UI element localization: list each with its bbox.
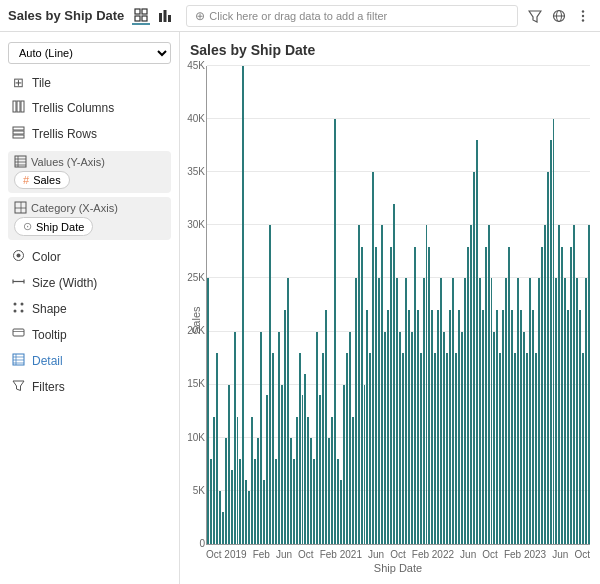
bar[interactable] xyxy=(207,278,209,544)
bar[interactable] xyxy=(496,310,498,544)
bar[interactable] xyxy=(355,278,357,544)
shipdate-pill[interactable]: ⊙ Ship Date xyxy=(14,217,93,236)
bar[interactable] xyxy=(426,225,428,544)
bar[interactable] xyxy=(511,310,513,544)
bar[interactable] xyxy=(529,278,531,544)
bar[interactable] xyxy=(523,332,525,544)
more-icon[interactable] xyxy=(574,7,592,25)
bar[interactable] xyxy=(579,310,581,544)
bar[interactable] xyxy=(488,225,490,544)
bar[interactable] xyxy=(337,459,339,544)
sidebar-item-filters[interactable]: Filters xyxy=(0,374,179,400)
chart-type-dropdown[interactable]: Auto (Line) Bar Line Area xyxy=(8,42,171,64)
bar[interactable] xyxy=(349,332,351,544)
bar[interactable] xyxy=(452,278,454,544)
bar[interactable] xyxy=(467,247,469,544)
bar[interactable] xyxy=(234,332,236,544)
bar[interactable] xyxy=(455,353,457,544)
sidebar-item-tile[interactable]: ⊞ Tile xyxy=(0,70,179,95)
bar[interactable] xyxy=(526,353,528,544)
bar[interactable] xyxy=(573,225,575,544)
bar[interactable] xyxy=(216,353,218,544)
bar[interactable] xyxy=(378,278,380,544)
sidebar-item-detail[interactable]: Detail xyxy=(0,348,179,374)
bar[interactable] xyxy=(393,204,395,544)
bar[interactable] xyxy=(390,247,392,544)
sales-pill[interactable]: # Sales xyxy=(14,171,70,189)
globe-icon[interactable] xyxy=(550,7,568,25)
bar[interactable] xyxy=(340,480,342,544)
bar[interactable] xyxy=(369,353,371,544)
bar[interactable] xyxy=(334,119,336,544)
bar[interactable] xyxy=(245,480,247,544)
bar[interactable] xyxy=(210,459,212,544)
bar[interactable] xyxy=(567,310,569,544)
bar[interactable] xyxy=(576,278,578,544)
bar[interactable] xyxy=(550,140,552,544)
bar[interactable] xyxy=(266,395,268,544)
bar[interactable] xyxy=(260,332,262,544)
bar[interactable] xyxy=(588,225,590,544)
bar[interactable] xyxy=(225,438,227,544)
chart-type-select[interactable]: Auto (Line) Bar Line Area xyxy=(8,42,171,64)
bar[interactable] xyxy=(219,491,221,544)
bar[interactable] xyxy=(423,278,425,544)
bar[interactable] xyxy=(375,247,377,544)
bar[interactable] xyxy=(414,247,416,544)
bar[interactable] xyxy=(485,247,487,544)
bar[interactable] xyxy=(505,278,507,544)
bar[interactable] xyxy=(307,417,309,544)
bar[interactable] xyxy=(431,310,433,544)
bar[interactable] xyxy=(242,66,244,544)
bar[interactable] xyxy=(476,140,478,544)
bar[interactable] xyxy=(263,480,265,544)
bar[interactable] xyxy=(508,247,510,544)
bar[interactable] xyxy=(302,395,304,544)
bar[interactable] xyxy=(228,385,230,544)
bar[interactable] xyxy=(420,353,422,544)
bar[interactable] xyxy=(272,353,274,544)
bar[interactable] xyxy=(293,459,295,544)
bar[interactable] xyxy=(310,438,312,544)
bar[interactable] xyxy=(458,310,460,544)
bar[interactable] xyxy=(275,459,277,544)
bar[interactable] xyxy=(257,438,259,544)
bar[interactable] xyxy=(331,417,333,544)
filter-icon[interactable] xyxy=(526,7,544,25)
bar[interactable] xyxy=(440,278,442,544)
bar[interactable] xyxy=(364,385,366,544)
bar[interactable] xyxy=(449,310,451,544)
bar[interactable] xyxy=(470,225,472,544)
sidebar-item-trellis-rows[interactable]: Trellis Rows xyxy=(0,121,179,147)
bar[interactable] xyxy=(461,332,463,544)
bar[interactable] xyxy=(237,417,239,544)
bar[interactable] xyxy=(555,278,557,544)
bar[interactable] xyxy=(499,353,501,544)
bar[interactable] xyxy=(405,278,407,544)
bar[interactable] xyxy=(408,310,410,544)
sidebar-item-shape[interactable]: Shape xyxy=(0,296,179,322)
bar[interactable] xyxy=(281,385,283,544)
bar[interactable] xyxy=(538,278,540,544)
bar[interactable] xyxy=(585,278,587,544)
table-icon[interactable] xyxy=(132,7,150,25)
sidebar-item-tooltip[interactable]: Tooltip xyxy=(0,322,179,348)
bar[interactable] xyxy=(343,385,345,544)
bar[interactable] xyxy=(464,278,466,544)
bar[interactable] xyxy=(417,310,419,544)
bar[interactable] xyxy=(299,353,301,544)
chart-type-icon[interactable] xyxy=(156,7,174,25)
sidebar-item-size[interactable]: Size (Width) xyxy=(0,270,179,296)
bar[interactable] xyxy=(561,247,563,544)
bar[interactable] xyxy=(366,310,368,544)
bar[interactable] xyxy=(384,332,386,544)
bar[interactable] xyxy=(381,225,383,544)
bar[interactable] xyxy=(248,491,250,544)
bar[interactable] xyxy=(502,310,504,544)
bar[interactable] xyxy=(319,395,321,544)
bar[interactable] xyxy=(411,332,413,544)
bar[interactable] xyxy=(402,353,404,544)
bar[interactable] xyxy=(322,353,324,544)
bar[interactable] xyxy=(532,310,534,544)
bar[interactable] xyxy=(564,278,566,544)
